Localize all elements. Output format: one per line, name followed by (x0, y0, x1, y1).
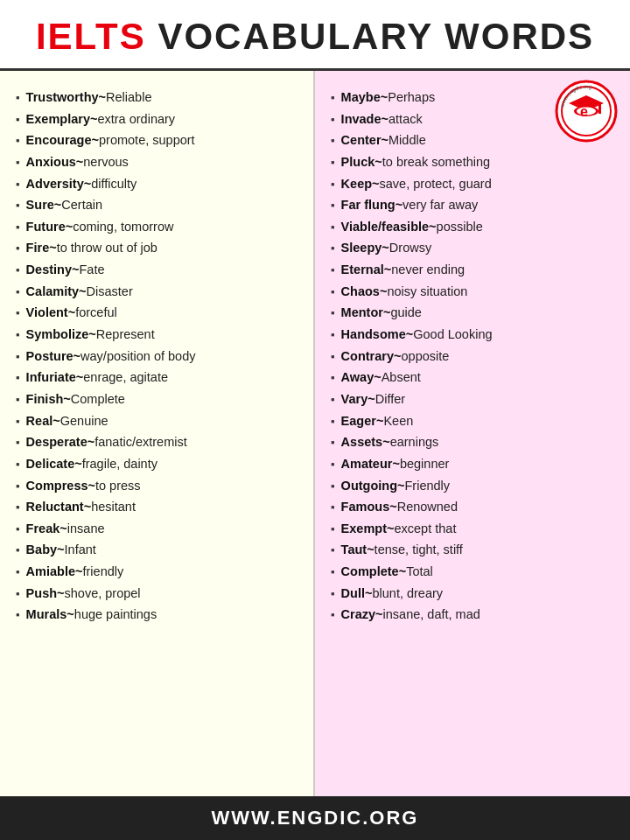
list-item: Vary ~ Differ (331, 388, 621, 410)
header-rest: VOCABULARY WORDS (146, 16, 594, 57)
vocab-word: Invade (341, 108, 382, 130)
vocab-def: attack (388, 108, 423, 130)
vocab-def: to break something (382, 151, 490, 173)
vocab-word: Maybe (341, 87, 381, 108)
vocab-def: promote, support (99, 130, 195, 151)
list-item: Encourage ~ promote, support (16, 130, 304, 151)
tilde: ~ (399, 561, 406, 583)
ielts-text: IELTS (36, 16, 146, 57)
vocab-def: Good Looking (413, 324, 492, 346)
list-item: Away ~ Absent (331, 367, 621, 388)
tilde: ~ (72, 259, 79, 281)
vocab-word: Future (26, 216, 66, 238)
tilde: ~ (90, 108, 97, 130)
tilde: ~ (60, 518, 66, 540)
list-item: Anxious ~ nervous (16, 151, 304, 173)
vocab-word: Baby (26, 539, 57, 561)
vocab-def: friendly (83, 561, 124, 583)
tilde: ~ (367, 539, 374, 561)
vocab-word: Keep (341, 173, 372, 195)
page-header: IELTS VOCABULARY WORDS (0, 0, 630, 71)
tilde: ~ (84, 173, 91, 195)
vocab-def: never ending (391, 259, 465, 281)
list-item: Viable/feasible ~ possible (331, 216, 621, 238)
list-item: Outgoing ~ Friendly (331, 475, 621, 497)
right-column: e www.engdic.org Maybe ~ PerhapsInvade ~… (315, 71, 630, 796)
tilde: ~ (75, 561, 82, 583)
list-item: Contrary ~ opposite (331, 346, 621, 368)
list-item: Famous ~ Renowned (331, 496, 621, 518)
tilde: ~ (376, 410, 383, 432)
vocab-word: Assets (341, 431, 383, 453)
tilde: ~ (375, 604, 382, 626)
svg-rect-3 (598, 103, 601, 114)
vocab-word: Eager (341, 410, 376, 432)
vocab-word: Freak (26, 518, 60, 540)
vocab-word: Fire (26, 237, 50, 259)
svg-text:e: e (580, 104, 588, 119)
vocab-word: Reluctant (26, 496, 84, 518)
vocab-word: Posture (26, 346, 74, 368)
vocab-def: Friendly (405, 475, 451, 497)
vocab-def: Fate (79, 259, 104, 281)
list-item: Symbolize ~ Represent (16, 324, 304, 346)
vocab-def: difficulty (91, 173, 136, 195)
list-item: Destiny ~ Fate (16, 259, 304, 281)
tilde: ~ (76, 151, 83, 173)
vocab-def: shove, propel (65, 583, 141, 605)
vocab-def: tense, tight, stiff (374, 539, 463, 561)
tilde: ~ (374, 367, 381, 388)
vocab-word: Eternal (341, 259, 384, 281)
list-item: Handsome ~ Good Looking (331, 324, 621, 346)
tilde: ~ (63, 388, 70, 410)
vocab-word: Murals (26, 604, 67, 626)
tilde: ~ (84, 496, 91, 518)
vocab-def: way/position of body (80, 346, 195, 368)
content-area: Trustworthy ~ ReliableExemplary ~ extra … (0, 71, 630, 796)
vocab-word: Taut (341, 539, 368, 561)
vocab-word: Sleepy (341, 237, 382, 259)
vocab-def: huge paintings (74, 604, 157, 626)
page-footer: WWW.ENGDIC.ORG (0, 796, 630, 840)
tilde: ~ (382, 237, 388, 259)
vocab-def: Keen (383, 410, 413, 432)
list-item: Adversity ~ difficulty (16, 173, 304, 195)
vocab-word: Infuriate (26, 367, 76, 388)
vocab-word: Push (26, 583, 57, 605)
vocab-word: Desperate (26, 431, 88, 453)
vocab-word: Destiny (26, 259, 72, 281)
vocab-def: beginner (400, 453, 449, 475)
vocab-word: Complete (341, 561, 399, 583)
vocab-def: noisy situation (387, 281, 467, 303)
list-item: Mentor ~ guide (331, 302, 621, 324)
list-item: Exemplary ~ extra ordinary (16, 108, 304, 130)
vocab-word: Delicate (26, 453, 75, 475)
vocab-word: Trustworthy (26, 87, 99, 108)
vocab-word: Calamity (26, 281, 79, 303)
vocab-def: very far away (402, 194, 478, 216)
vocab-word: Away (341, 367, 374, 388)
tilde: ~ (365, 583, 372, 605)
vocab-def: Infant (65, 539, 96, 561)
list-item: Sleepy ~ Drowsy (331, 237, 621, 259)
list-item: Amateur ~ beginner (331, 453, 621, 475)
tilde: ~ (382, 130, 388, 151)
vocab-word: Compress (26, 475, 88, 497)
vocab-def: earnings (390, 431, 439, 453)
vocab-word: Adversity (26, 173, 84, 195)
tilde: ~ (79, 281, 86, 303)
tilde: ~ (88, 324, 95, 346)
vocab-def: extra ordinary (97, 108, 175, 130)
vocab-word: Sure (26, 194, 54, 216)
vocab-word: Symbolize (26, 324, 89, 346)
vocab-def: Drowsy (389, 237, 431, 259)
vocab-word: Famous (341, 496, 390, 518)
tilde: ~ (52, 410, 60, 432)
left-column: Trustworthy ~ ReliableExemplary ~ extra … (0, 71, 315, 796)
vocab-def: Renowned (397, 496, 458, 518)
tilde: ~ (381, 87, 388, 108)
vocab-def: to throw out of job (57, 237, 158, 259)
vocab-def: Differ (375, 388, 405, 410)
tilde: ~ (394, 346, 401, 368)
tilde: ~ (387, 518, 394, 540)
